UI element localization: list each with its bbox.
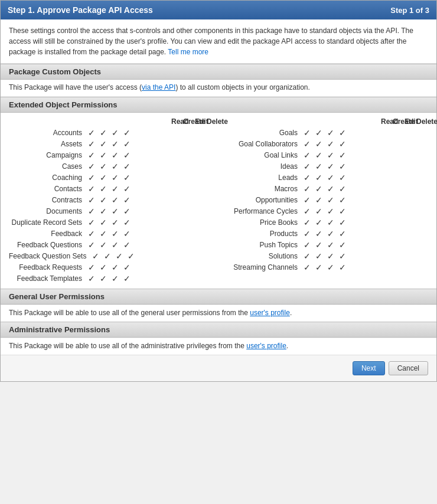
package-custom-text: This Package will have the user's access…: [9, 83, 428, 91]
list-item: Contacts✓✓✓✓: [9, 183, 218, 194]
page-wrapper: Step 1. Approve Package API Access Step …: [0, 0, 437, 382]
page-title: Step 1. Approve Package API Access: [8, 5, 153, 15]
right-half: Goals✓✓✓✓Goal Collaborators✓✓✓✓Goal Link…: [218, 127, 428, 284]
list-item: Goal Collaborators✓✓✓✓: [218, 138, 428, 149]
next-button[interactable]: Next: [353, 361, 385, 375]
user-profile-link-general[interactable]: user's profile: [250, 309, 290, 317]
extended-header: Extended Object Permissions: [1, 97, 436, 113]
data-rows: Accounts✓✓✓✓Assets✓✓✓✓Campaigns✓✓✓✓Cases…: [9, 127, 428, 284]
right-col-header: Read Create Edit Delete: [218, 117, 428, 126]
admin-permissions-header: Administrative Permissions: [1, 322, 436, 338]
list-item: Streaming Channels✓✓✓✓: [218, 261, 428, 273]
intro-text: These settings control the access that s…: [9, 27, 413, 56]
list-item: Performance Cycles✓✓✓✓: [218, 205, 428, 217]
list-item: Coaching✓✓✓✓: [9, 172, 218, 183]
left-check-labels: Read Create Edit Delete: [171, 117, 218, 126]
list-item: Solutions✓✓✓✓: [218, 250, 428, 261]
list-item: Feedback✓✓✓✓: [9, 228, 218, 239]
list-item: Products✓✓✓✓: [218, 228, 428, 239]
tell-me-more-link[interactable]: Tell me more: [168, 48, 208, 56]
admin-permissions-section: This Package will be able to use all of …: [1, 338, 436, 355]
list-item: Goal Links✓✓✓✓: [218, 149, 428, 161]
list-item: Price Books✓✓✓✓: [218, 217, 428, 228]
list-item: Push Topics✓✓✓✓: [218, 239, 428, 250]
header-bar: Step 1. Approve Package API Access Step …: [1, 1, 436, 19]
package-custom-section: This Package will have the user's access…: [1, 80, 436, 97]
general-permissions-text: This Package will be able to use all of …: [9, 309, 428, 317]
list-item: Macros✓✓✓✓: [218, 183, 428, 194]
extended-section: Read Create Edit Delete Read Create Edit…: [1, 113, 436, 289]
list-item: Documents✓✓✓✓: [9, 205, 218, 217]
list-item: Assets✓✓✓✓: [9, 138, 218, 149]
footer-bar: Next Cancel: [1, 355, 436, 381]
list-item: Feedback Questions✓✓✓✓: [9, 239, 218, 250]
list-item: Opportunities✓✓✓✓: [218, 194, 428, 205]
right-check-labels: Read Create Edit Delete: [381, 117, 428, 126]
left-half: Accounts✓✓✓✓Assets✓✓✓✓Campaigns✓✓✓✓Cases…: [9, 127, 218, 284]
general-permissions-section: This Package will be able to use all of …: [1, 305, 436, 322]
step-info: Step 1 of 3: [390, 6, 429, 15]
list-item: Goals✓✓✓✓: [218, 127, 428, 138]
list-item: Feedback Templates✓✓✓✓: [9, 273, 218, 284]
list-item: Feedback Requests✓✓✓✓: [9, 261, 218, 273]
package-custom-header: Package Custom Objects: [1, 64, 436, 80]
user-profile-link-admin[interactable]: user's profile: [246, 342, 286, 350]
via-api-link[interactable]: via the API: [142, 83, 175, 91]
list-item: Accounts✓✓✓✓: [9, 127, 218, 138]
list-item: Ideas✓✓✓✓: [218, 161, 428, 172]
cancel-button[interactable]: Cancel: [389, 361, 428, 375]
column-headers-row: Read Create Edit Delete Read Create Edit…: [9, 117, 428, 126]
list-item: Leads✓✓✓✓: [218, 172, 428, 183]
list-item: Cases✓✓✓✓: [9, 161, 218, 172]
list-item: Duplicate Record Sets✓✓✓✓: [9, 217, 218, 228]
list-item: Campaigns✓✓✓✓: [9, 149, 218, 161]
list-item: Contracts✓✓✓✓: [9, 194, 218, 205]
left-col-header: Read Create Edit Delete: [9, 117, 218, 126]
general-permissions-header: General User Permissions: [1, 289, 436, 305]
intro-section: These settings control the access that s…: [1, 19, 436, 64]
admin-permissions-text: This Package will be able to use all of …: [9, 342, 428, 350]
list-item: Feedback Question Sets✓✓✓✓: [9, 250, 218, 261]
